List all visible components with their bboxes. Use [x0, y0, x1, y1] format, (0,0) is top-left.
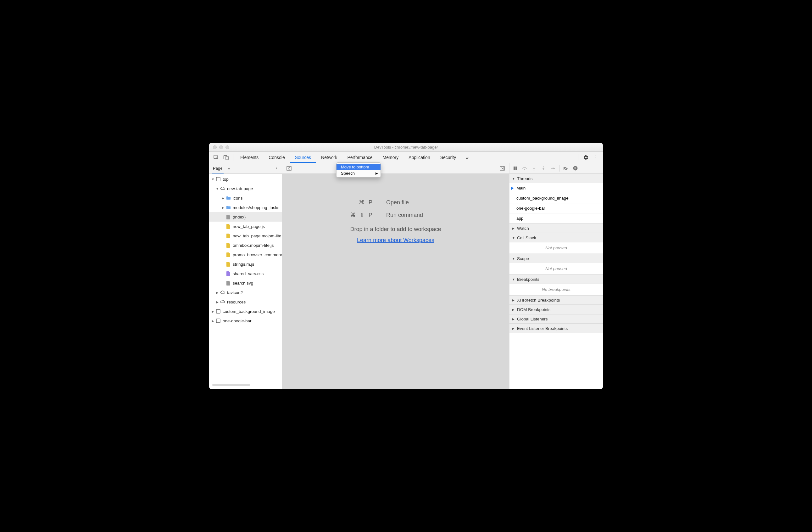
svg-rect-16	[576, 167, 576, 169]
section-watch[interactable]: ▶Watch	[509, 224, 603, 233]
tree-new-tab-page[interactable]: ▼new-tab-page	[209, 184, 282, 193]
tree-modules[interactable]: ▶modules/shopping_tasks	[209, 203, 282, 212]
section-xhr[interactable]: ▶XHR/fetch Breakpoints	[509, 295, 603, 305]
tree-one-google-bar[interactable]: ▶one-google-bar	[209, 316, 282, 325]
minimize-dot[interactable]	[219, 145, 223, 149]
js-file-icon	[226, 233, 231, 239]
tab-memory[interactable]: Memory	[378, 152, 404, 163]
tree-js3[interactable]: omnibox.mojom-lite.js	[209, 240, 282, 250]
svg-rect-3	[216, 177, 220, 181]
tree-index[interactable]: (index)	[209, 212, 282, 222]
page-tab[interactable]: Page	[212, 163, 223, 173]
tab-application[interactable]: Application	[404, 152, 435, 163]
tree-js5[interactable]: strings.m.js	[209, 260, 282, 269]
tree-js4[interactable]: promo_browser_command.mojom-lite.js	[209, 250, 282, 260]
deactivate-breakpoints-icon[interactable]	[561, 164, 570, 173]
show-debugger-icon[interactable]	[497, 164, 507, 173]
svg-rect-5	[216, 319, 220, 323]
breakpoints-empty: No breakpoints	[509, 284, 603, 295]
titlebar: DevTools - chrome://new-tab-page/	[209, 143, 603, 152]
navigator-overflow[interactable]: »	[227, 166, 230, 171]
tree-resources[interactable]: ▶resources	[209, 297, 282, 307]
frame-icon	[215, 318, 221, 324]
inspect-icon[interactable]	[211, 153, 221, 162]
tab-console[interactable]: Console	[263, 152, 290, 163]
frame-icon	[215, 176, 221, 182]
hint-open-file: ⌘ P Open file	[336, 199, 455, 206]
js-file-icon	[226, 261, 231, 267]
tree-favicon2[interactable]: ▶favicon2	[209, 288, 282, 297]
tab-performance[interactable]: Performance	[342, 152, 377, 163]
close-dot[interactable]	[213, 145, 217, 149]
tree-custom-bg[interactable]: ▶custom_background_image	[209, 307, 282, 316]
step-over-icon[interactable]	[520, 164, 529, 173]
step-icon[interactable]	[549, 164, 557, 173]
svg-point-14	[573, 166, 577, 171]
shortcut: ⌘ ⇧ P	[336, 212, 374, 219]
section-threads[interactable]: ▼Threads	[509, 174, 603, 183]
tree-css1[interactable]: shared_vars.css	[209, 269, 282, 278]
tabs-overflow[interactable]: »	[461, 152, 474, 163]
svg-rect-15	[575, 167, 575, 169]
devtools-window: DevTools - chrome://new-tab-page/ Elemen…	[209, 143, 603, 389]
section-dom[interactable]: ▶DOM Breakpoints	[509, 305, 603, 314]
section-event[interactable]: ▶Event Listener Breakpoints	[509, 324, 603, 333]
file-icon	[226, 280, 231, 286]
submenu-arrow-icon: ▶	[376, 171, 378, 175]
navigator-tabs: Page » ⋮	[209, 163, 282, 174]
thread-app[interactable]: app	[509, 213, 603, 224]
cloud-icon	[220, 186, 226, 192]
kebab-icon[interactable]: ⋮	[591, 153, 601, 162]
tab-elements[interactable]: Elements	[235, 152, 263, 163]
callstack-empty: Not paused	[509, 242, 603, 254]
folder-icon	[226, 195, 231, 201]
thread-one-google-bar[interactable]: one-google-bar	[509, 204, 603, 213]
gear-icon[interactable]	[581, 153, 591, 162]
frame-icon	[215, 308, 221, 314]
tab-security[interactable]: Security	[435, 152, 461, 163]
menu-move-to-bottom[interactable]: Move to bottom	[336, 164, 380, 170]
learn-more-link[interactable]: Learn more about Workspaces	[357, 237, 434, 244]
navigator-menu-icon[interactable]: ⋮	[275, 166, 279, 171]
section-global[interactable]: ▶Global Listeners	[509, 314, 603, 324]
main-toolbar: Elements Console Sources Network Perform…	[209, 152, 603, 163]
svg-rect-7	[500, 167, 505, 170]
separator	[579, 154, 579, 161]
step-into-icon[interactable]	[530, 164, 538, 173]
section-callstack[interactable]: ▼Call Stack	[509, 233, 603, 242]
svg-rect-8	[513, 167, 515, 170]
hint-run-command: ⌘ ⇧ P Run command	[336, 212, 455, 219]
step-out-icon[interactable]	[539, 164, 548, 173]
debugger-toolbar	[509, 163, 603, 174]
section-scope[interactable]: ▼Scope	[509, 254, 603, 263]
show-navigator-icon[interactable]	[284, 164, 294, 173]
menu-speech[interactable]: Speech▶	[336, 170, 380, 176]
separator	[559, 165, 560, 171]
tab-network[interactable]: Network	[316, 152, 342, 163]
tree-svg1[interactable]: search.svg	[209, 278, 282, 288]
file-tree[interactable]: ▼top ▼new-tab-page ▶icons ▶modules/shopp…	[209, 174, 282, 382]
pause-on-exceptions-icon[interactable]	[571, 164, 580, 173]
zoom-dot[interactable]	[226, 145, 229, 149]
drop-hint: Drop in a folder to add to workspace	[350, 226, 441, 233]
svg-point-10	[524, 169, 525, 170]
pause-icon[interactable]	[511, 164, 520, 173]
svg-rect-2	[226, 156, 228, 159]
editor-panel: ⌘ P Open file ⌘ ⇧ P Run command Drop in …	[282, 163, 509, 389]
thread-custom-bg[interactable]: custom_background_image	[509, 193, 603, 204]
shortcut: ⌘ P	[336, 199, 374, 206]
device-toggle-icon[interactable]	[221, 153, 231, 162]
tree-js2[interactable]: new_tab_page.mojom-lite.js	[209, 231, 282, 240]
svg-point-13	[554, 168, 555, 169]
tree-js1[interactable]: new_tab_page.js	[209, 222, 282, 231]
panel-tabs: Elements Console Sources Network Perform…	[235, 152, 577, 163]
scrollbar[interactable]	[212, 384, 279, 387]
tree-icons[interactable]: ▶icons	[209, 193, 282, 203]
section-breakpoints[interactable]: ▼Breakpoints	[509, 275, 603, 284]
tree-top[interactable]: ▼top	[209, 174, 282, 184]
js-file-icon	[226, 224, 231, 229]
tab-sources[interactable]: Sources	[290, 152, 316, 163]
thread-main[interactable]: Main	[509, 183, 603, 193]
panel-body: Page » ⋮ ▼top ▼new-tab-page ▶icons ▶modu…	[209, 163, 603, 389]
css-file-icon	[226, 271, 231, 276]
